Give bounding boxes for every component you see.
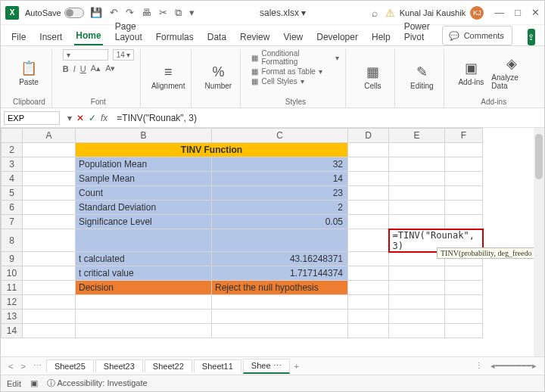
minimize-button[interactable]: — [494, 7, 504, 18]
bold-button[interactable]: B [63, 64, 69, 73]
new-sheet-button[interactable]: + [291, 362, 302, 371]
analyze-data-button[interactable]: ◈Analyze Data [491, 55, 532, 90]
redo-icon[interactable]: ↷ [126, 7, 134, 18]
macro-record-icon[interactable]: ▣ [30, 378, 38, 388]
dropdown-icon[interactable]: ▾ [67, 113, 72, 123]
row-header-11[interactable]: 11 [2, 281, 23, 295]
cell-B6[interactable]: Standard Deviation [76, 201, 212, 215]
format-as-table-button[interactable]: ▦ Format as Table ▾ [251, 67, 322, 76]
comments-button[interactable]: 💬 Comments [442, 26, 512, 45]
paste-button[interactable]: 📋Paste [13, 60, 45, 86]
cell-B2[interactable]: TINV Function [76, 143, 348, 157]
col-header-E[interactable]: E [389, 129, 445, 143]
col-header-F[interactable]: F [445, 129, 483, 143]
save-icon[interactable]: 💾 [90, 7, 102, 18]
cell-C7[interactable]: 0.05 [212, 215, 348, 229]
cell-B4[interactable]: Sample Mean [76, 172, 212, 186]
cell-B9[interactable]: t calculated [76, 252, 212, 266]
cell-B7[interactable]: Significance Level [76, 215, 212, 229]
conditional-formatting-button[interactable]: ▦ Conditional Formatting ▾ [251, 49, 339, 66]
tab-home[interactable]: Home [74, 27, 102, 45]
row-header-7[interactable]: 7 [2, 215, 23, 229]
tab-data[interactable]: Data [206, 29, 228, 45]
tab-formulas[interactable]: Formulas [154, 29, 195, 45]
qat-more-icon[interactable]: ▾ [189, 7, 195, 18]
col-header-A[interactable]: A [23, 129, 76, 143]
font-shrink-icon[interactable]: A▾ [105, 64, 115, 73]
autosave-toggle[interactable] [64, 8, 84, 18]
sheet-nav-more[interactable]: ⋯ [30, 361, 45, 371]
print-icon[interactable]: 🖶 [142, 7, 151, 18]
worksheet-grid[interactable]: A B C D E F 2TINV Function 3Population M… [1, 128, 544, 356]
row-header-3[interactable]: 3 [2, 157, 23, 172]
row-header-5[interactable]: 5 [2, 186, 23, 201]
search-icon[interactable]: ⌕ [372, 7, 378, 19]
cell-C10[interactable]: 1.717144374 [212, 266, 348, 281]
sheet-tab-25[interactable]: Sheet25 [46, 359, 94, 372]
sheet-nav-prev[interactable]: < [5, 362, 16, 371]
enter-formula-icon[interactable]: ✓ [89, 113, 96, 123]
font-size-box[interactable]: 14 ▾ [113, 49, 134, 61]
accessibility-status[interactable]: ⓘ Accessibility: Investigate [47, 378, 148, 389]
cell-C6[interactable]: 2 [212, 201, 348, 215]
cell-B10[interactable]: t critical value [76, 266, 212, 281]
row-header-4[interactable]: 4 [2, 172, 23, 186]
row-header-9[interactable]: 9 [2, 252, 23, 266]
copy-icon[interactable]: ⧉ [175, 7, 182, 19]
sheet-tab-active[interactable]: Shee ⋯ [243, 359, 290, 374]
fx-icon[interactable]: fx [101, 113, 107, 123]
share-button[interactable]: ⇪ [528, 29, 535, 45]
col-header-C[interactable]: C [212, 129, 348, 143]
row-header-8[interactable]: 8 [2, 229, 23, 252]
row-header-12[interactable]: 12 [2, 295, 23, 310]
cell-C4[interactable]: 14 [212, 172, 348, 186]
sheet-tab-11[interactable]: Sheet11 [194, 359, 241, 372]
undo-icon[interactable]: ↶ [110, 7, 118, 18]
cell-C8[interactable] [212, 229, 348, 252]
cancel-formula-icon[interactable]: ✕ [76, 113, 84, 123]
tab-help[interactable]: Help [370, 29, 392, 45]
cell-B8[interactable] [76, 229, 212, 252]
tab-review[interactable]: Review [238, 29, 271, 45]
font-name-box[interactable]: ▾ [63, 49, 108, 61]
tab-file[interactable]: File [10, 29, 27, 45]
user-area[interactable]: ⚠ Kunal Jai Kaushik KJ [385, 6, 484, 20]
cut-icon[interactable]: ✂ [159, 7, 167, 18]
col-header-D[interactable]: D [348, 129, 389, 143]
row-header-2[interactable]: 2 [2, 143, 23, 157]
sheet-tab-23[interactable]: Sheet23 [95, 359, 143, 372]
select-all-corner[interactable] [2, 129, 23, 143]
italic-button[interactable]: I [73, 64, 76, 73]
row-header-6[interactable]: 6 [2, 201, 23, 215]
cell-B5[interactable]: Count [76, 186, 212, 201]
cell-B11[interactable]: Decision [76, 281, 212, 295]
cell-styles-button[interactable]: ▦ Cell Styles ▾ [251, 77, 304, 86]
sheet-tab-22[interactable]: Sheet22 [145, 359, 192, 372]
tab-power-pivot[interactable]: Power Pivot [403, 18, 431, 45]
row-header-14[interactable]: 14 [2, 324, 23, 338]
col-header-B[interactable]: B [76, 129, 212, 143]
alignment-button[interactable]: ≡Alignment [151, 64, 185, 90]
close-button[interactable]: ✕ [531, 7, 540, 18]
vertical-scrollbar[interactable] [534, 128, 544, 356]
name-box[interactable] [4, 111, 60, 125]
underline-button[interactable]: U [80, 64, 86, 73]
tab-page-layout[interactable]: Page Layout [114, 18, 144, 45]
cell-C9[interactable]: 43.16248371 [212, 252, 348, 266]
cell-C5[interactable]: 23 [212, 186, 348, 201]
editing-button[interactable]: ✎Editing [406, 64, 438, 90]
cell-C11[interactable]: Reject the null hypothesis [212, 281, 348, 295]
cell-C3[interactable]: 32 [212, 157, 348, 172]
number-button[interactable]: %Number [202, 64, 234, 90]
font-grow-icon[interactable]: A▴ [91, 64, 101, 73]
avatar[interactable]: KJ [470, 6, 484, 20]
formula-input[interactable]: =TINV("Rounak", 3) [112, 111, 544, 125]
row-header-10[interactable]: 10 [2, 266, 23, 281]
tab-developer[interactable]: Developer [315, 29, 360, 45]
cells-button[interactable]: ▦Cells [357, 64, 388, 90]
addins-button[interactable]: ▣Add-ins [455, 60, 487, 86]
sheet-nav-next[interactable]: > [17, 362, 28, 371]
tab-view[interactable]: View [282, 29, 304, 45]
cell-B3[interactable]: Population Mean [76, 157, 212, 172]
tab-insert[interactable]: Insert [38, 29, 64, 45]
